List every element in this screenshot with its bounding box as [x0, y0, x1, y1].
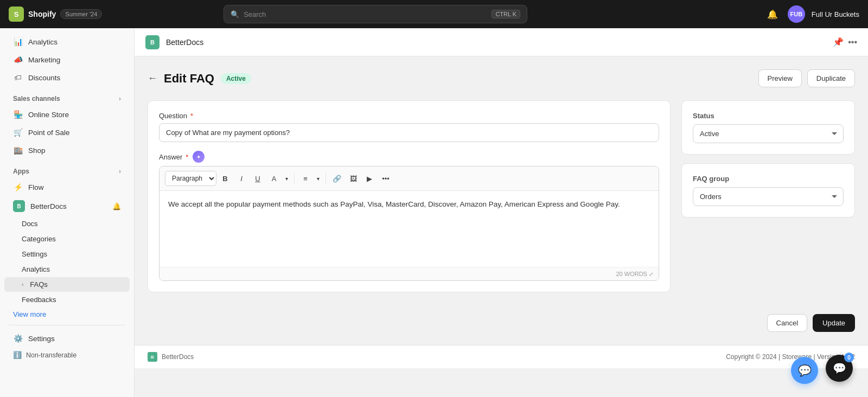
footer-app-name: BetterDocs — [162, 353, 194, 361]
apps-header[interactable]: Apps › — [4, 163, 130, 177]
page-header-left: ← Edit FAQ Active — [148, 72, 251, 86]
chat-notification-bubble[interactable]: 💬 0 — [826, 355, 853, 382]
sidebar-label-marketing: Marketing — [28, 56, 60, 64]
sidebar-label-discounts: Discounts — [28, 74, 60, 82]
non-transferable-label: Non-transferable — [26, 351, 76, 359]
sidebar-item-discounts[interactable]: 🏷 Discounts — [4, 69, 130, 86]
answer-label: Answer * — [159, 153, 188, 161]
editor-toolbar: Paragraph B I U A ▾ — [159, 167, 659, 191]
word-count: 20 WORDS — [616, 271, 647, 277]
sidebar-item-online-store[interactable]: 🏪 Online Store — [4, 106, 130, 123]
paragraph-select[interactable]: Paragraph — [165, 171, 216, 186]
sidebar-item-betterdocs[interactable]: B BetterDocs 🔔 — [4, 196, 130, 216]
text-color-btn[interactable]: A — [266, 171, 282, 186]
more-toolbar-btn[interactable]: ••• — [378, 171, 393, 186]
toolbar-divider-1 — [294, 173, 295, 184]
active-badge: Active — [221, 73, 251, 84]
sales-channels-label: Sales channels — [13, 95, 60, 103]
image-btn[interactable]: 🖼 — [346, 171, 361, 186]
sidebar-label-feedbacks: Feedbacks — [22, 296, 56, 304]
page-title: Edit FAQ — [164, 72, 214, 86]
form-main: Question * Answer * ✦ — [148, 100, 671, 301]
sidebar-subitem-categories[interactable]: Categories — [4, 232, 130, 246]
status-select[interactable]: Active — [693, 124, 844, 143]
support-chat-bubble[interactable]: 💬 — [791, 357, 818, 384]
editor-footer: 20 WORDS ⤢ — [159, 267, 659, 280]
sidebar-label-shop: Shop — [28, 146, 46, 155]
bold-btn[interactable]: B — [218, 171, 233, 186]
sidebar-subitem-settings[interactable]: Settings — [4, 247, 130, 261]
italic-btn[interactable]: I — [234, 171, 249, 186]
online-store-icon: 🏪 — [13, 110, 23, 119]
shopify-icon: S — [9, 7, 24, 22]
shopify-logo[interactable]: S Shopify Summer '24 — [9, 7, 102, 22]
sidebar-label-betterdocs: BetterDocs — [30, 202, 67, 210]
avatar[interactable]: FUB — [788, 5, 805, 23]
sales-channels-header[interactable]: Sales channels › — [4, 91, 130, 105]
faq-arrow-icon: › — [22, 281, 23, 287]
non-transferable-item: ℹ️ Non-transferable — [4, 348, 130, 362]
cancel-button[interactable]: Cancel — [767, 314, 807, 332]
form-layout: Question * Answer * ✦ — [148, 100, 855, 301]
action-bar: Cancel Update — [148, 312, 855, 332]
sidebar-subitem-faqs[interactable]: › FAQs — [4, 277, 130, 292]
sidebar-subitem-analytics[interactable]: Analytics — [4, 262, 130, 277]
store-name[interactable]: Full Ur Buckets — [812, 10, 859, 18]
question-required: * — [190, 112, 193, 120]
video-btn[interactable]: ▶ — [362, 171, 377, 186]
chevron-apps-icon: › — [119, 168, 121, 175]
app-footer: B BetterDocs Copyright © 2024 | Storewar… — [135, 345, 868, 368]
chevron-right-icon: › — [119, 95, 121, 103]
preview-button[interactable]: Preview — [758, 69, 802, 87]
pin-button[interactable]: 📌 — [833, 37, 844, 47]
search-bar[interactable]: 🔍 Search CTRL K — [224, 5, 527, 23]
sidebar-item-point-of-sale[interactable]: 🛒 Point of Sale — [4, 124, 130, 141]
status-label: Status — [693, 112, 844, 120]
app-header-bar: B BetterDocs 📌 ••• — [135, 28, 868, 56]
text-color-chevron[interactable]: ▾ — [282, 171, 291, 186]
sidebar-item-settings[interactable]: ⚙️ Settings — [4, 330, 130, 347]
topbar: S Shopify Summer '24 🔍 Search CTRL K 🔔 F… — [0, 0, 868, 28]
update-button[interactable]: Update — [813, 314, 855, 332]
summer-badge: Summer '24 — [60, 9, 102, 19]
discounts-icon: 🏷 — [13, 73, 23, 82]
faq-group-select[interactable]: Orders — [693, 187, 844, 206]
page-header-right: Preview Duplicate — [758, 69, 855, 87]
toolbar-divider-2 — [326, 173, 326, 184]
question-input[interactable] — [159, 123, 659, 142]
sidebar-item-shop[interactable]: 🏬 Shop — [4, 142, 130, 159]
flow-icon: ⚡ — [13, 182, 23, 192]
back-button[interactable]: ← — [148, 73, 157, 84]
sidebar-label-settings-main: Settings — [28, 335, 55, 343]
analytics-icon: 📊 — [13, 37, 23, 47]
app-header-title: BetterDocs — [166, 38, 203, 47]
resize-handle[interactable]: ⤢ — [649, 271, 653, 277]
editor-body[interactable]: We accept all the popular payment method… — [159, 191, 659, 267]
more-options-button[interactable]: ••• — [848, 37, 857, 47]
align-chevron[interactable]: ▾ — [314, 171, 322, 186]
notifications-button[interactable]: 🔔 — [764, 5, 781, 23]
sidebar-label-docs: Docs — [22, 220, 38, 228]
chat-icon: 💬 — [833, 362, 846, 375]
page-content: ← Edit FAQ Active Preview Duplicate Ques… — [135, 56, 868, 345]
app-header-actions: 📌 ••• — [833, 37, 857, 47]
sidebar-item-analytics[interactable]: 📊 Analytics — [4, 33, 130, 50]
sidebar-label-pos: Point of Sale — [28, 129, 70, 137]
app-header-logo: B — [145, 35, 159, 49]
sidebar-divider — [9, 325, 125, 325]
align-btn[interactable]: ≡ — [298, 171, 313, 186]
sidebar-subitem-docs[interactable]: Docs — [4, 216, 130, 231]
sidebar-subitem-feedbacks[interactable]: Feedbacks — [4, 292, 130, 307]
duplicate-button[interactable]: Duplicate — [807, 69, 855, 87]
sidebar-item-flow[interactable]: ⚡ Flow — [4, 178, 130, 196]
sidebar-label-flow: Flow — [28, 183, 44, 191]
underline-btn[interactable]: U — [250, 171, 265, 186]
question-label: Question * — [159, 112, 659, 120]
magic-ai-icon[interactable]: ✦ — [193, 151, 205, 163]
shop-icon: 🏬 — [13, 145, 23, 155]
view-more-link[interactable]: View more — [4, 308, 130, 321]
betterdocs-bell-icon: 🔔 — [112, 202, 121, 210]
sidebar-item-marketing[interactable]: 📣 Marketing — [4, 51, 130, 68]
link-btn[interactable]: 🔗 — [329, 171, 344, 186]
sidebar-label-faqs: FAQs — [30, 280, 48, 289]
